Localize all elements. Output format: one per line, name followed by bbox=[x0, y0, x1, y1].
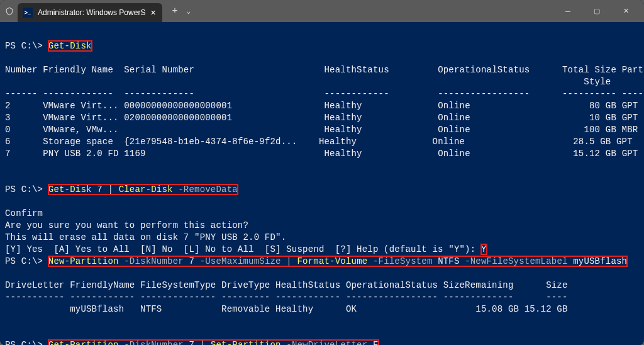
close-tab-icon[interactable]: × bbox=[150, 8, 155, 18]
th-total: Total Size bbox=[562, 65, 616, 75]
titlebar: >_ Administrator: Windows PowerS × + ⌄ ─… bbox=[0, 0, 644, 22]
terminal-window: >_ Administrator: Windows PowerS × + ⌄ ─… bbox=[0, 0, 644, 345]
terminal-body[interactable]: PS C:\> Get-Disk Number Friendly Name Se… bbox=[0, 22, 644, 345]
t2-headers: DriveLetter FriendlyName FileSystemType … bbox=[5, 280, 568, 290]
t2-row: myUSBflash NTFS Removable Healthy OK 15.… bbox=[5, 304, 568, 314]
powershell-icon: >_ bbox=[23, 8, 33, 18]
r1-num: 2 bbox=[5, 101, 11, 111]
th-health: HealthStatus bbox=[325, 65, 389, 75]
close-window-button[interactable]: ✕ bbox=[611, 0, 640, 22]
admin-shield-icon bbox=[4, 6, 15, 17]
window-controls: ─ ▢ ✕ bbox=[553, 0, 640, 22]
th-serial: Serial Number bbox=[124, 65, 194, 75]
tab-title: Administrator: Windows PowerS bbox=[38, 8, 145, 17]
sep-number: ------ bbox=[5, 89, 38, 99]
th-number: Number bbox=[5, 65, 38, 75]
cmd-getdisk7: Get-Disk bbox=[48, 184, 92, 195]
confirm-title: Confirm bbox=[5, 208, 43, 218]
prompt: PS C:\> bbox=[5, 184, 48, 195]
tabbar-controls: + ⌄ bbox=[165, 6, 199, 16]
th-part: Partition bbox=[622, 65, 644, 75]
active-tab[interactable]: >_ Administrator: Windows PowerS × bbox=[18, 3, 162, 22]
t2-sep: ----------- ------------ -------------- … bbox=[5, 292, 568, 302]
minimize-button[interactable]: ─ bbox=[553, 0, 582, 22]
new-tab-button[interactable]: + bbox=[172, 6, 178, 16]
confirm-l2: This will erase all data on disk 7 "PNY … bbox=[5, 232, 286, 242]
th-style: Style bbox=[584, 77, 611, 87]
prompt: PS C:\> bbox=[5, 256, 48, 266]
prompt: PS C:\> bbox=[5, 41, 48, 51]
confirm-l3: [Y] Yes [A] Yes to All [N] No [L] No to … bbox=[5, 244, 481, 254]
tab-dropdown-icon[interactable]: ⌄ bbox=[187, 7, 191, 15]
th-oper: OperationalStatus bbox=[438, 65, 530, 75]
prompt: PS C:\> bbox=[5, 340, 48, 345]
confirm-l1: Are you sure you want to perform this ac… bbox=[5, 220, 248, 230]
cmd-getdisk: Get-Disk bbox=[48, 41, 92, 51]
th-friendly: Friendly Name bbox=[43, 65, 113, 75]
maximize-button[interactable]: ▢ bbox=[582, 0, 611, 22]
confirm-answer: Y bbox=[481, 244, 487, 254]
